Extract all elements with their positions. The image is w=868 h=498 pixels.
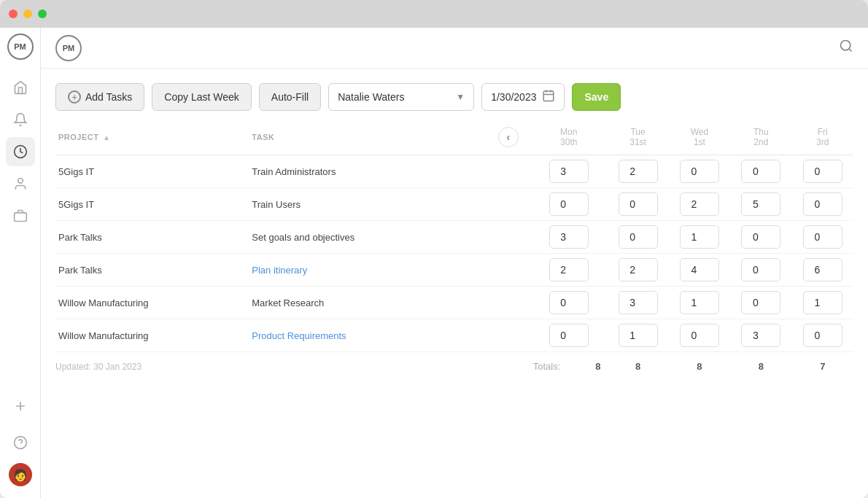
sidebar-item-help[interactable] bbox=[6, 428, 35, 457]
sidebar-item-time[interactable] bbox=[6, 137, 35, 166]
hours-input-r2-d3[interactable] bbox=[741, 225, 780, 249]
hours-cell-r0-d3 bbox=[730, 155, 791, 188]
plus-circle-icon: + bbox=[68, 90, 81, 104]
prev-week-button[interactable]: ‹ bbox=[498, 127, 519, 147]
hours-table: PROJECT ▲ TASK ‹ Mon 30th bbox=[55, 122, 853, 372]
hours-input-r1-d0[interactable] bbox=[549, 192, 589, 216]
project-cell: Willow Manufacturing bbox=[55, 319, 249, 352]
total-day-2: 8 bbox=[669, 352, 730, 373]
day-thu-header: Thu 2nd bbox=[730, 122, 791, 155]
hours-input-r0-d2[interactable] bbox=[680, 160, 719, 183]
app-window: PM 🧑 bbox=[0, 0, 868, 498]
hours-input-r5-d2[interactable] bbox=[680, 324, 719, 347]
hours-input-r4-d1[interactable] bbox=[619, 291, 658, 314]
hours-input-r0-d4[interactable] bbox=[803, 160, 842, 183]
copy-last-week-button[interactable]: Copy Last Week bbox=[152, 83, 251, 111]
hours-input-r1-d4[interactable] bbox=[803, 192, 842, 216]
hours-cell-r2-d3 bbox=[730, 221, 791, 254]
hours-input-r2-d0[interactable] bbox=[549, 225, 589, 249]
total-day-4: 7 bbox=[792, 352, 853, 373]
task-cell[interactable]: Product Requirements bbox=[249, 319, 495, 352]
hours-input-r4-d0[interactable] bbox=[549, 291, 589, 314]
sidebar-item-add[interactable] bbox=[6, 392, 35, 421]
table-row: Park TalksSet goals and objectives bbox=[55, 221, 853, 254]
sidebar-item-people[interactable] bbox=[6, 169, 35, 198]
hours-input-r2-d2[interactable] bbox=[680, 225, 719, 249]
hours-input-r3-d3[interactable] bbox=[741, 258, 780, 281]
auto-fill-button[interactable]: Auto-Fill bbox=[259, 83, 321, 111]
hours-input-r3-d2[interactable] bbox=[680, 258, 719, 281]
hours-cell-r4-d1 bbox=[607, 287, 668, 319]
hours-input-r2-d1[interactable] bbox=[619, 225, 658, 249]
hours-input-r5-d1[interactable] bbox=[619, 324, 658, 347]
hours-input-r3-d1[interactable] bbox=[619, 258, 658, 281]
title-bar bbox=[0, 0, 868, 28]
sidebar-logo[interactable]: PM bbox=[7, 34, 34, 60]
app-body: PM 🧑 bbox=[0, 28, 868, 498]
hours-input-r3-d4[interactable] bbox=[803, 258, 842, 281]
table-row: Willow ManufacturingMarket Research bbox=[55, 287, 853, 319]
hours-input-r2-d4[interactable] bbox=[803, 225, 842, 249]
project-cell: Willow Manufacturing bbox=[55, 287, 249, 319]
hours-input-r1-d1[interactable] bbox=[619, 192, 658, 216]
project-cell: 5Gigs IT bbox=[55, 188, 249, 221]
project-cell: Park Talks bbox=[55, 221, 249, 254]
hours-input-r5-d0[interactable] bbox=[549, 324, 589, 347]
total-day-0: Totals:8 bbox=[530, 352, 607, 373]
svg-point-7 bbox=[841, 41, 850, 50]
hours-cell-r1-d1 bbox=[607, 188, 668, 221]
table-row: Willow ManufacturingProduct Requirements bbox=[55, 319, 853, 352]
close-button[interactable] bbox=[9, 9, 18, 18]
hours-cell-r1-d4 bbox=[792, 188, 853, 221]
updated-text: Updated: 30 Jan 2023 bbox=[55, 352, 249, 373]
hours-cell-r2-d2 bbox=[669, 221, 730, 254]
nav-spacer bbox=[495, 155, 530, 188]
svg-point-1 bbox=[18, 179, 23, 184]
project-column-header: PROJECT ▲ bbox=[55, 122, 249, 155]
hours-input-r4-d3[interactable] bbox=[741, 291, 780, 314]
task-column-header: TASK bbox=[249, 122, 495, 155]
hours-input-r5-d3[interactable] bbox=[741, 324, 780, 347]
top-bar: PM bbox=[41, 28, 868, 69]
table-row: 5Gigs ITTrain Administrators bbox=[55, 155, 853, 188]
hours-input-r5-d4[interactable] bbox=[803, 324, 842, 347]
hours-cell-r0-d1 bbox=[607, 155, 668, 188]
main-content: PM + Add Tasks Copy Last Week Auto-Fill bbox=[41, 28, 868, 498]
sidebar-item-briefcase[interactable] bbox=[6, 201, 35, 230]
nav-spacer bbox=[495, 287, 530, 319]
hours-input-r4-d4[interactable] bbox=[803, 291, 842, 314]
sidebar-item-home[interactable] bbox=[6, 73, 35, 102]
minimize-button[interactable] bbox=[23, 9, 32, 18]
hours-input-r0-d1[interactable] bbox=[619, 160, 658, 183]
user-dropdown[interactable]: Natalie Waters ▼ bbox=[328, 83, 474, 111]
hours-cell-r5-d3 bbox=[730, 319, 791, 352]
hours-cell-r3-d4 bbox=[792, 254, 853, 287]
add-tasks-button[interactable]: + Add Tasks bbox=[55, 83, 144, 111]
project-cell: 5Gigs IT bbox=[55, 155, 249, 188]
nav-spacer bbox=[495, 188, 530, 221]
hours-input-r1-d3[interactable] bbox=[741, 192, 780, 216]
hours-input-r0-d3[interactable] bbox=[741, 160, 780, 183]
hours-cell-r3-d3 bbox=[730, 254, 791, 287]
top-bar-logo: PM bbox=[55, 35, 82, 61]
hours-input-r0-d0[interactable] bbox=[549, 160, 589, 183]
totals-row: Updated: 30 Jan 2023Totals:88887 bbox=[55, 352, 853, 373]
day-wed-header: Wed 1st bbox=[669, 122, 730, 155]
totals-label: Totals: bbox=[533, 361, 561, 372]
maximize-button[interactable] bbox=[38, 9, 47, 18]
toolbar: + Add Tasks Copy Last Week Auto-Fill Nat… bbox=[41, 69, 868, 122]
task-cell[interactable]: Plan itinerary bbox=[249, 254, 495, 287]
date-picker[interactable]: 1/30/2023 bbox=[481, 83, 565, 111]
save-button[interactable]: Save bbox=[572, 83, 621, 111]
hours-input-r1-d2[interactable] bbox=[680, 192, 719, 216]
hours-cell-r1-d3 bbox=[730, 188, 791, 221]
hours-input-r4-d2[interactable] bbox=[680, 291, 719, 314]
hours-input-r3-d0[interactable] bbox=[549, 258, 589, 281]
avatar[interactable]: 🧑 bbox=[9, 463, 32, 486]
day-fri-header: Fri 3rd bbox=[792, 122, 853, 155]
search-icon[interactable] bbox=[839, 39, 853, 57]
hours-cell-r4-d2 bbox=[669, 287, 730, 319]
sidebar-item-notifications[interactable] bbox=[6, 105, 35, 134]
hours-cell-r4-d3 bbox=[730, 287, 791, 319]
nav-spacer bbox=[495, 254, 530, 287]
